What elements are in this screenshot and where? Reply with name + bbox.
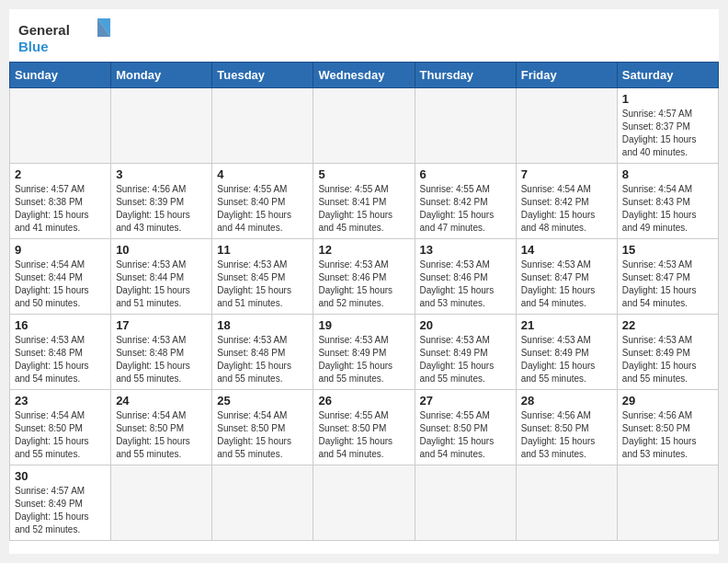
day-cell: 22Sunrise: 4:53 AM Sunset: 8:49 PM Dayli… xyxy=(617,315,718,390)
day-cell: 4Sunrise: 4:55 AM Sunset: 8:40 PM Daylig… xyxy=(212,164,313,239)
logo: General Blue xyxy=(18,18,110,57)
day-number: 26 xyxy=(318,394,409,408)
week-row-2: 2Sunrise: 4:57 AM Sunset: 8:38 PM Daylig… xyxy=(10,164,719,239)
day-cell: 24Sunrise: 4:54 AM Sunset: 8:50 PM Dayli… xyxy=(111,390,212,465)
day-cell: 5Sunrise: 4:55 AM Sunset: 8:41 PM Daylig… xyxy=(313,164,415,239)
calendar-page: General Blue SundayMondayTuesdayWednesda… xyxy=(9,9,719,554)
day-cell: 27Sunrise: 4:55 AM Sunset: 8:50 PM Dayli… xyxy=(415,390,516,465)
day-cell: 19Sunrise: 4:53 AM Sunset: 8:49 PM Dayli… xyxy=(313,315,415,390)
day-number: 6 xyxy=(420,167,511,181)
day-info: Sunrise: 4:53 AM Sunset: 8:47 PM Dayligh… xyxy=(521,259,612,310)
day-number: 16 xyxy=(15,318,106,332)
day-info: Sunrise: 4:53 AM Sunset: 8:48 PM Dayligh… xyxy=(217,334,308,385)
day-info: Sunrise: 4:57 AM Sunset: 8:37 PM Dayligh… xyxy=(622,108,713,159)
day-info: Sunrise: 4:53 AM Sunset: 8:49 PM Dayligh… xyxy=(420,334,511,385)
day-info: Sunrise: 4:53 AM Sunset: 8:48 PM Dayligh… xyxy=(15,334,106,385)
day-info: Sunrise: 4:54 AM Sunset: 8:44 PM Dayligh… xyxy=(15,259,106,310)
day-cell xyxy=(617,465,718,541)
day-cell: 10Sunrise: 4:53 AM Sunset: 8:44 PM Dayli… xyxy=(111,239,212,315)
day-cell: 3Sunrise: 4:56 AM Sunset: 8:39 PM Daylig… xyxy=(111,164,212,239)
day-number: 30 xyxy=(15,469,106,483)
day-cell xyxy=(516,88,617,164)
day-cell: 2Sunrise: 4:57 AM Sunset: 8:38 PM Daylig… xyxy=(10,164,111,239)
day-number: 29 xyxy=(622,394,713,408)
day-info: Sunrise: 4:57 AM Sunset: 8:49 PM Dayligh… xyxy=(15,485,106,536)
header-saturday: Saturday xyxy=(617,63,718,88)
day-info: Sunrise: 4:55 AM Sunset: 8:50 PM Dayligh… xyxy=(420,409,511,461)
day-info: Sunrise: 4:54 AM Sunset: 8:50 PM Dayligh… xyxy=(116,409,207,461)
day-cell: 25Sunrise: 4:54 AM Sunset: 8:50 PM Dayli… xyxy=(212,390,313,465)
day-info: Sunrise: 4:54 AM Sunset: 8:50 PM Dayligh… xyxy=(15,409,106,461)
day-cell: 29Sunrise: 4:56 AM Sunset: 8:50 PM Dayli… xyxy=(617,390,718,465)
header-monday: Monday xyxy=(111,63,212,88)
day-number: 5 xyxy=(318,167,409,181)
day-cell: 6Sunrise: 4:55 AM Sunset: 8:42 PM Daylig… xyxy=(415,164,516,239)
week-row-4: 16Sunrise: 4:53 AM Sunset: 8:48 PM Dayli… xyxy=(10,315,719,390)
day-number: 24 xyxy=(116,394,207,408)
day-info: Sunrise: 4:56 AM Sunset: 8:39 PM Dayligh… xyxy=(116,183,207,235)
day-number: 4 xyxy=(217,167,308,181)
day-info: Sunrise: 4:53 AM Sunset: 8:48 PM Dayligh… xyxy=(116,334,207,385)
day-cell: 8Sunrise: 4:54 AM Sunset: 8:43 PM Daylig… xyxy=(617,164,718,239)
day-info: Sunrise: 4:53 AM Sunset: 8:49 PM Dayligh… xyxy=(622,334,713,385)
day-info: Sunrise: 4:53 AM Sunset: 8:49 PM Dayligh… xyxy=(318,334,409,385)
week-row-6: 30Sunrise: 4:57 AM Sunset: 8:49 PM Dayli… xyxy=(10,465,719,541)
header-thursday: Thursday xyxy=(415,63,516,88)
day-info: Sunrise: 4:55 AM Sunset: 8:50 PM Dayligh… xyxy=(318,409,409,461)
day-number: 28 xyxy=(521,394,612,408)
day-info: Sunrise: 4:55 AM Sunset: 8:40 PM Dayligh… xyxy=(217,183,308,235)
day-number: 20 xyxy=(420,318,511,332)
day-number: 8 xyxy=(622,167,713,181)
day-cell: 11Sunrise: 4:53 AM Sunset: 8:45 PM Dayli… xyxy=(212,239,313,315)
day-cell: 1Sunrise: 4:57 AM Sunset: 8:37 PM Daylig… xyxy=(617,88,718,164)
day-cell: 12Sunrise: 4:53 AM Sunset: 8:46 PM Dayli… xyxy=(313,239,415,315)
day-info: Sunrise: 4:53 AM Sunset: 8:49 PM Dayligh… xyxy=(521,334,612,385)
day-info: Sunrise: 4:54 AM Sunset: 8:42 PM Dayligh… xyxy=(521,183,612,235)
day-cell: 7Sunrise: 4:54 AM Sunset: 8:42 PM Daylig… xyxy=(516,164,617,239)
day-number: 18 xyxy=(217,318,308,332)
day-number: 11 xyxy=(217,243,308,257)
calendar-table: SundayMondayTuesdayWednesdayThursdayFrid… xyxy=(9,62,719,541)
day-number: 2 xyxy=(15,167,106,181)
day-cell: 18Sunrise: 4:53 AM Sunset: 8:48 PM Dayli… xyxy=(212,315,313,390)
day-info: Sunrise: 4:55 AM Sunset: 8:41 PM Dayligh… xyxy=(318,183,409,235)
day-number: 27 xyxy=(420,394,511,408)
day-cell xyxy=(111,88,212,164)
day-cell: 15Sunrise: 4:53 AM Sunset: 8:47 PM Dayli… xyxy=(617,239,718,315)
day-number: 1 xyxy=(622,92,713,106)
week-row-1: 1Sunrise: 4:57 AM Sunset: 8:37 PM Daylig… xyxy=(10,88,719,164)
day-info: Sunrise: 4:56 AM Sunset: 8:50 PM Dayligh… xyxy=(622,409,713,461)
day-number: 14 xyxy=(521,243,612,257)
day-info: Sunrise: 4:54 AM Sunset: 8:43 PM Dayligh… xyxy=(622,183,713,235)
day-number: 3 xyxy=(116,167,207,181)
day-number: 21 xyxy=(521,318,612,332)
day-number: 9 xyxy=(15,243,106,257)
day-cell: 23Sunrise: 4:54 AM Sunset: 8:50 PM Dayli… xyxy=(10,390,111,465)
week-row-3: 9Sunrise: 4:54 AM Sunset: 8:44 PM Daylig… xyxy=(10,239,719,315)
day-cell xyxy=(212,88,313,164)
day-number: 23 xyxy=(15,394,106,408)
day-cell: 26Sunrise: 4:55 AM Sunset: 8:50 PM Dayli… xyxy=(313,390,415,465)
day-cell: 17Sunrise: 4:53 AM Sunset: 8:48 PM Dayli… xyxy=(111,315,212,390)
day-info: Sunrise: 4:54 AM Sunset: 8:50 PM Dayligh… xyxy=(217,409,308,461)
day-info: Sunrise: 4:53 AM Sunset: 8:44 PM Dayligh… xyxy=(116,259,207,310)
day-number: 10 xyxy=(116,243,207,257)
day-cell xyxy=(10,88,111,164)
header-tuesday: Tuesday xyxy=(212,63,313,88)
day-number: 7 xyxy=(521,167,612,181)
day-cell: 14Sunrise: 4:53 AM Sunset: 8:47 PM Dayli… xyxy=(516,239,617,315)
day-number: 17 xyxy=(116,318,207,332)
day-number: 25 xyxy=(217,394,308,408)
header-sunday: Sunday xyxy=(10,63,111,88)
day-number: 13 xyxy=(420,243,511,257)
day-cell: 16Sunrise: 4:53 AM Sunset: 8:48 PM Dayli… xyxy=(10,315,111,390)
day-info: Sunrise: 4:53 AM Sunset: 8:46 PM Dayligh… xyxy=(420,259,511,310)
day-cell xyxy=(313,88,415,164)
day-cell xyxy=(111,465,212,541)
day-number: 19 xyxy=(318,318,409,332)
day-info: Sunrise: 4:56 AM Sunset: 8:50 PM Dayligh… xyxy=(521,409,612,461)
day-cell xyxy=(415,88,516,164)
day-info: Sunrise: 4:53 AM Sunset: 8:47 PM Dayligh… xyxy=(622,259,713,310)
week-row-5: 23Sunrise: 4:54 AM Sunset: 8:50 PM Dayli… xyxy=(10,390,719,465)
day-cell: 20Sunrise: 4:53 AM Sunset: 8:49 PM Dayli… xyxy=(415,315,516,390)
